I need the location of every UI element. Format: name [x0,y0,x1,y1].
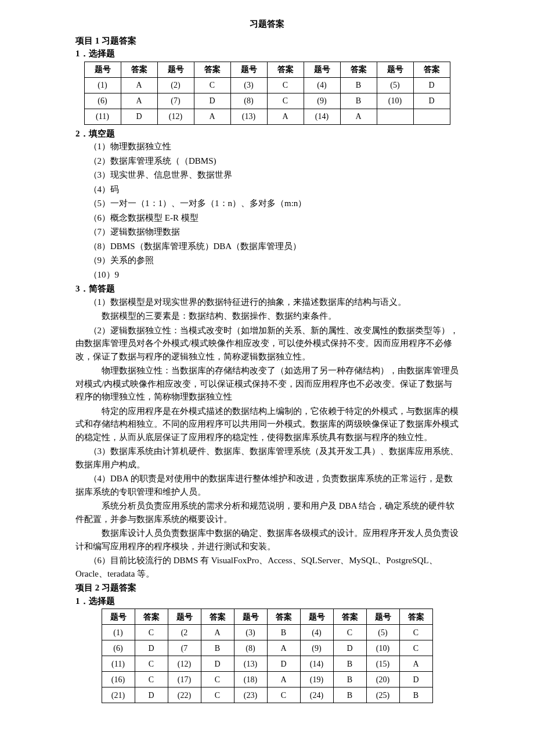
cell: C [333,625,366,640]
cell: (2 [168,625,201,640]
p1-choice-table: 题号答案题号答案题号答案题号答案题号答案 (1)A(2)C(3)C(4)B(5)… [84,62,450,125]
p1-choice-heading: 1．选择题 [75,47,459,60]
short-answer-para: 数据模型的三要素是：数据结构、数据操作、数据约束条件。 [75,309,459,323]
cell: (8) [230,93,267,109]
cell: D [333,640,366,656]
table-row: (16)C(17)C(18)A(19)B(20)D [102,672,432,687]
project1-heading: 项目 1 习题答案 [75,34,459,48]
cell: A [340,109,377,124]
cell: (11) [102,656,135,672]
cell: C [201,687,234,703]
cell: B [340,77,377,93]
cell: C [135,672,168,687]
cell: (20) [366,672,399,687]
short-answer-para: 特定的应用程序是在外模式描述的数据结构上编制的，它依赖于特定的外模式，与数据库的… [75,405,459,444]
fill-item: （3）现实世界、信息世界、数据世界 [75,168,459,182]
short-answer-para: （3）数据库系统由计算机硬件、数据库、数据库管理系统（及其开发工具）、数据库应用… [75,445,459,471]
cell: D [135,687,168,703]
page-title: 习题答案 [75,17,459,31]
cell: A [267,109,304,124]
cell: D [413,77,450,93]
cell: C [135,656,168,672]
fill-item: （5）一对一（1：1）、一对多（1：n）、多对多（m:n） [75,197,459,210]
fill-item: （8）DBMS（数据库管理系统）DBA（数据库管理员） [75,240,459,253]
cell: B [201,640,234,656]
cell: D [194,93,230,109]
cell: (3) [230,77,267,93]
project2-heading: 项目 2 习题答案 [75,581,459,595]
table-row: (1)A(2)C(3)C(4)B(5)D [84,77,450,93]
cell: C [267,687,300,703]
p2-choice-table: 题号答案题号答案题号答案题号答案题号答案 (1)C(2A(3)B(4)C(5)C… [102,609,433,703]
cell: (11) [84,109,121,124]
cell: (4) [300,625,333,640]
col-header: 题号 [102,609,135,625]
cell: A [267,640,300,656]
short-answer-para: 数据库设计人员负责数据库中数据的确定、数据库各级模式的设计。应用程序开发人员负责… [75,527,459,553]
cell: (10) [377,93,413,109]
cell: C [201,672,234,687]
cell: (19) [300,672,333,687]
p1-fill-heading: 2．填空题 [75,127,459,141]
cell: D [201,656,234,672]
cell: B [267,625,300,640]
col-header: 题号 [168,609,201,625]
cell: D [413,93,450,109]
col-header: 答案 [333,609,366,625]
cell: (9) [300,640,333,656]
short-answer-para: （2）逻辑数据独立性：当模式改变时（如增加新的关系、新的属性、改变属性的数据类型… [75,324,459,363]
cell: (14) [304,109,340,124]
cell: (13) [230,109,267,124]
cell: A [194,109,230,124]
col-header: 答案 [267,62,304,77]
cell: A [121,93,157,109]
fill-item: （10）9 [75,268,459,282]
cell: C [267,77,304,93]
col-header: 答案 [399,609,432,625]
cell: (25) [366,687,399,703]
col-header: 答案 [121,62,157,77]
table-row: (11)D(12)A(13)A(14)A [84,109,450,124]
cell: B [399,687,432,703]
cell: (5) [377,77,413,93]
cell: (14) [300,656,333,672]
cell: (12) [157,109,194,124]
col-header: 答案 [340,62,377,77]
cell: A [121,77,157,93]
table-row: (11)C(12)D(13)D(14)B(15)A [102,656,432,672]
fill-item: （6）概念数据模型 E-R 模型 [75,211,459,225]
cell: B [340,93,377,109]
col-header: 题号 [300,609,333,625]
col-header: 答案 [135,609,168,625]
cell: A [201,625,234,640]
cell: C [399,625,432,640]
cell: (23) [234,687,267,703]
table-row: (1)C(2A(3)B(4)C(5)C [102,625,432,640]
cell: (4) [304,77,340,93]
cell: B [333,687,366,703]
col-header: 答案 [413,62,450,77]
p1-short-answers: （1）数据模型是对现实世界的数据特征进行的抽象，来描述数据库的结构与语义。数据模… [75,296,459,581]
cell: (1) [102,625,135,640]
col-header: 题号 [377,62,413,77]
cell: D [399,672,432,687]
cell [413,109,450,124]
cell: B [333,672,366,687]
cell: (13) [234,656,267,672]
cell: D [267,656,300,672]
cell: (1) [84,77,121,93]
cell: (12) [168,656,201,672]
fill-item: （7）逻辑数据物理数据 [75,225,459,239]
table-row: (6)D(7B(8)A(9)D(10)C [102,640,432,656]
cell: (18) [234,672,267,687]
cell [377,109,413,124]
col-header: 题号 [230,62,267,77]
cell: (21) [102,687,135,703]
cell: (6) [102,640,135,656]
cell: (24) [300,687,333,703]
cell: (8) [234,640,267,656]
cell: (3) [234,625,267,640]
col-header: 答案 [194,62,230,77]
table-row: (6)A(7)D(8)C(9)B(10)D [84,93,450,109]
cell: (17) [168,672,201,687]
